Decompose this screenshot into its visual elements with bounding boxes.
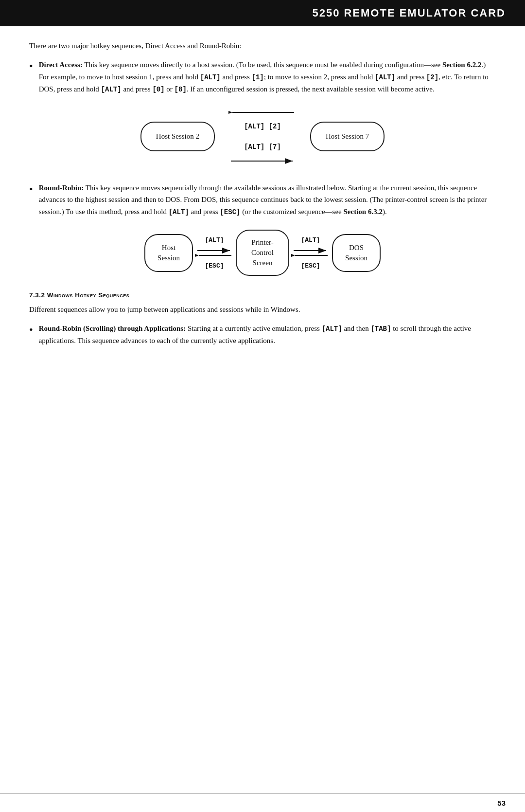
rr-arrow1-svg [195,246,234,260]
kbd-8: [8] [175,86,187,93]
arrow-right-svg [228,156,297,166]
section-ref-632: Section 6.3.2 [343,208,382,216]
rr-box1-text: HostSession [158,244,180,262]
rr-box2-text: Printer-ControlScreen [251,238,274,267]
page-wrapper: 5250 REMOTE EMULATOR CARD There are two … [0,0,525,812]
round-robin-diagram: HostSession [ALT] [29,230,496,276]
section-732-text: Different sequences allow you to jump be… [29,304,496,316]
rr-arrow2-bot: [ESC] [301,262,320,270]
bullet-symbol-2: • [29,182,33,197]
page-header: 5250 REMOTE EMULATOR CARD [0,0,525,26]
kbd-alt-tab1: [ALT] [322,325,342,333]
arrow-labels: [ALT] [2] [ALT] [7] [244,123,281,151]
arrow-top-label: [ALT] [2] [244,123,281,130]
host-session-2-box: Host Session 2 [140,122,215,151]
bullet-list: • Direct Access: This key sequence moves… [29,59,496,95]
arrow-bottom-label: [ALT] [7] [244,143,281,151]
main-content: There are two major hotkey sequences, Di… [0,40,525,395]
rr-arrow2-svg [291,246,330,260]
bullet-list-2: • Round-Robin (Scrolling) through Applic… [29,323,496,347]
bullet-symbol-1: • [29,59,33,74]
kbd-2: [2] [426,73,438,81]
rr-arrow-1: [ALT] [ESC] [195,236,234,270]
section-heading-732: 7.3.2 Windows Hotkey Sequences [29,291,496,299]
kbd-tab: [TAB] [370,325,391,333]
rr-host-session-box: HostSession [144,234,193,272]
round-robin-text: Round-Robin: This key sequence moves seq… [39,182,496,218]
rr-box3-text: DOSSession [345,244,368,262]
kbd-esc-rr: [ESC] [220,208,240,216]
direct-access-diagram: Host Session 2 [ALT] [2] [29,107,496,166]
direct-access-term: Direct Access: [39,61,83,69]
arrow-left-svg [228,107,297,118]
header-title: 5250 REMOTE EMULATOR CARD [312,7,506,19]
rr-arrow1-top: [ALT] [205,236,224,244]
arrow-top-row [228,107,297,118]
kbd-alt-1: [ALT] [200,73,221,81]
diagram1-arrows: [ALT] [2] [ALT] [7] [228,107,297,166]
rr-arrow1-bot: [ESC] [205,262,224,270]
arrow-bottom-row [228,156,297,166]
rr-arrow2-top: [ALT] [301,236,320,244]
rr-scroll-text: Round-Robin (Scrolling) through Applicat… [39,323,496,347]
page-number: 53 [497,799,506,807]
kbd-alt-2: [ALT] [375,73,395,81]
direct-access-text: Direct Access: This key sequence moves d… [39,59,496,95]
rr-scroll-term: Round-Robin (Scrolling) through Applicat… [39,325,186,332]
bullet-symbol-3: • [29,323,33,338]
rr-arrow-2: [ALT] [ESC] [291,236,330,270]
page-footer: 53 [0,794,525,812]
kbd-alt-rr: [ALT] [169,208,189,216]
rr-dos-session-box: DOSSession [332,234,381,272]
kbd-0: [0] [152,86,164,93]
round-robin-list: • Round-Robin: This key sequence moves s… [29,182,496,218]
host-session-7-box: Host Session 7 [310,122,385,151]
kbd-alt-3: [ALT] [101,86,122,93]
list-item-direct-access: • Direct Access: This key sequence moves… [29,59,496,95]
intro-paragraph: There are two major hotkey sequences, Di… [29,40,496,52]
kbd-1: [1] [252,73,264,81]
list-item-round-robin: • Round-Robin: This key sequence moves s… [29,182,496,218]
rr-printer-control-box: Printer-ControlScreen [236,230,289,276]
round-robin-term: Round-Robin: [39,184,84,192]
section-ref-622: Section 6.2.2 [442,61,481,69]
list-item-round-robin-scroll: • Round-Robin (Scrolling) through Applic… [29,323,496,347]
